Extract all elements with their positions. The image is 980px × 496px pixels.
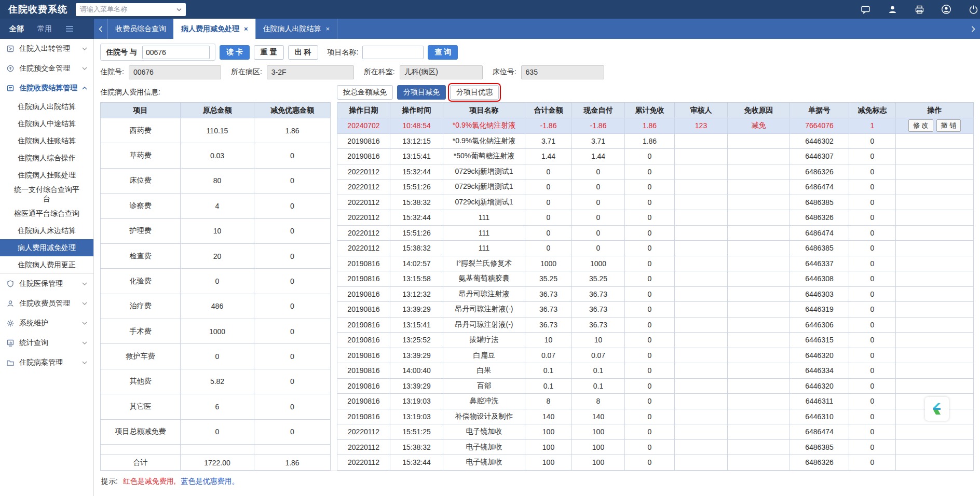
fee-row[interactable]: 诊察费40 (101, 194, 331, 218)
sidebar-item[interactable]: 住院病人出院结算 (0, 98, 93, 115)
fee-total-reduction: 1.86 (254, 455, 331, 471)
detail-row[interactable]: 2019081613:25:52拔罐疗法1010064463150 (337, 333, 974, 348)
per-item-discount-button[interactable]: 分项目优惠 (450, 85, 499, 100)
fee-row[interactable]: 其它医60 (101, 394, 331, 419)
settlement-icon (6, 84, 15, 92)
sidebar-group-cashier[interactable]: 住院收费员管理 (0, 294, 93, 313)
detail-row[interactable]: 2019081613:19:03鼻腔冲洗88064463110 (337, 394, 974, 409)
detail-row[interactable]: 2019081613:39:29百部0.10.1064463200 (337, 378, 974, 394)
discharge-button[interactable]: 出 科 (288, 45, 318, 60)
sidebar-item[interactable]: 住院病人挂账处理 (0, 167, 93, 184)
detail-row[interactable]: 2019081613:12:32昂丹司琼注射液36.7336.730644630… (337, 286, 974, 302)
fee-row[interactable]: 救护车费00 (101, 344, 331, 369)
sidebar-item[interactable]: 住院病人床边结算 (0, 222, 93, 239)
fee-row[interactable]: 项目总额减免费00 (101, 419, 331, 445)
sidebar-group-maintenance[interactable]: 系统维护 (0, 313, 93, 333)
detail-row[interactable]: 2019081613:15:41昂丹司琼注射液(-)36.7336.730644… (337, 317, 974, 333)
tab-label: 病人费用减免处理 (181, 24, 239, 34)
detail-row[interactable]: 2019081614:00:40白果0.10.1064463340 (337, 363, 974, 379)
sidebar-group-records[interactable]: 住院病案管理 (0, 353, 93, 373)
gear-icon (6, 319, 15, 327)
sidebar-item[interactable]: 榕医通平台综合查询 (0, 205, 93, 222)
per-item-reduce-button[interactable]: 分项目减免 (397, 85, 446, 100)
fee-row[interactable]: 手术费10000 (101, 319, 331, 344)
sidebar-item[interactable]: 住院病人中途结算 (0, 115, 93, 132)
item-name-input[interactable] (362, 46, 424, 59)
query-button[interactable]: 查 询 (428, 45, 458, 60)
reset-button[interactable]: 重 置 (254, 45, 284, 60)
sidebar-item[interactable]: 统一支付综合查询平台 (0, 184, 93, 205)
detail-row[interactable]: 2022011215:38:32电子镜加收100100064863850 (337, 439, 974, 455)
contact-icon[interactable] (887, 4, 898, 15)
close-icon[interactable]: × (326, 25, 330, 33)
detail-row[interactable]: 2022011215:32:4411100064863260 (337, 210, 974, 226)
total-amount-reduce-button[interactable]: 按总金额减免 (337, 85, 393, 100)
detail-row[interactable]: 2022011215:51:260729ckj新增测试100064864740 (337, 180, 974, 195)
department-display: 儿科(病区) (400, 65, 483, 79)
fee-row[interactable]: 化验费00 (101, 269, 331, 294)
detail-row[interactable]: 2022011215:32:44电子镜加收100100064863260 (337, 455, 974, 471)
sidebar-group-insurance[interactable]: 住院医保管理 (0, 274, 93, 294)
menu-collapse-icon[interactable] (65, 25, 74, 32)
admission-no-input[interactable] (142, 46, 210, 59)
exit-icon[interactable] (968, 4, 979, 15)
chat-icon[interactable] (860, 4, 871, 15)
tab-fee-reduction[interactable]: 病人费用减免处理 × (173, 19, 255, 39)
column-header: 项目名称 (443, 103, 525, 118)
detail-row[interactable]: 2022011215:51:25电子镜加收100100064864740 (337, 424, 974, 440)
tab-cashier-query[interactable]: 收费员综合查询 (107, 19, 173, 39)
sidebar-group-prepay[interactable]: 住院预交金管理 (0, 59, 93, 78)
fee-row[interactable]: 床位费800 (101, 168, 331, 193)
sidebar-item[interactable]: 住院病人综合操作 (0, 149, 93, 167)
detail-row[interactable]: 2022011215:38:320729ckj新增测试100064863850 (337, 195, 974, 210)
detail-row[interactable]: 2024070210:48:54*0.9%氯化钠注射液-1.86-1.861.8… (337, 118, 974, 134)
modify-button[interactable]: 修 改 (908, 119, 933, 132)
tab-discharge-settlement[interactable]: 住院病人出院结算 × (255, 19, 338, 39)
sidebar-tab-all[interactable]: 全部 (9, 24, 24, 34)
ward-display: 3-2F (267, 65, 354, 79)
fee-row[interactable]: 西药费110.151.86 (101, 118, 331, 143)
column-header: 单据号 (790, 103, 849, 118)
sidebar-group-settlement[interactable]: 住院收费结算管理 (0, 78, 93, 98)
fee-row[interactable]: 治疗费4860 (101, 294, 331, 319)
hint-blue-text: 蓝色是优惠费用。 (181, 477, 239, 485)
sidebar-group-transfer[interactable]: 住院入出转管理 (0, 39, 93, 59)
detail-row[interactable]: 2019081613:39:29白扁豆0.070.07064463200 (337, 348, 974, 363)
fee-row[interactable]: 草药费0.030 (101, 143, 331, 168)
detail-row[interactable]: 2019081613:19:03补偿物设计及制作140140064463100 (337, 409, 974, 424)
fee-row[interactable]: 检查费200 (101, 243, 331, 268)
detail-row[interactable]: 2022011215:32:440729ckj新增测试100064863260 (337, 164, 974, 180)
sidebar-item[interactable]: 住院病人费用更正 (0, 256, 93, 273)
close-icon[interactable]: × (244, 25, 248, 33)
detail-row[interactable]: 2022011215:51:2611100064864740 (337, 225, 974, 241)
detail-row[interactable]: 2019081614:02:57Ⅰ°腭裂兰氏修复术100010000644633… (337, 256, 974, 271)
sidebar-header: 全部 常用 (0, 19, 94, 39)
hint-red-text: 红色是减免费用, (123, 477, 176, 485)
print-icon[interactable] (914, 4, 925, 15)
detail-row[interactable]: 2019081613:39:29昂丹司琼注射液(-)36.7336.730644… (337, 302, 974, 318)
detail-row[interactable]: 2019081613:12:15*0.9%氯化钠注射液3.713.711.866… (337, 133, 974, 149)
read-card-button[interactable]: 读 卡 (220, 45, 250, 60)
menu-search-select[interactable]: 请输入菜单名称 (76, 3, 186, 16)
tab-scroll-right-icon[interactable] (967, 19, 980, 39)
column-header: 减免优惠金额 (254, 103, 331, 118)
detail-row[interactable]: 2019081613:15:58氨基葡萄糖胶囊35.2535.250644630… (337, 271, 974, 287)
detail-row[interactable]: 2022011215:38:3211100064863850 (337, 241, 974, 256)
column-header: 操作日期 (337, 103, 390, 118)
user-icon[interactable] (941, 4, 952, 15)
group-label: 统计查询 (19, 338, 77, 348)
detail-row[interactable]: 2019081613:15:41*50%葡萄糖注射液1.441.44064463… (337, 149, 974, 164)
sidebar-item[interactable]: 住院病人挂账结算 (0, 132, 93, 149)
sidebar-group-statistics[interactable]: 统计查询 (0, 333, 93, 353)
hint-label: 提示: (101, 477, 118, 485)
main-content: 住院号 与 读 卡 重 置 出 科 项目名称: 查 询 住院号: 00676 所… (94, 39, 980, 496)
detail-table-header-row: 操作日期操作时间项目名称合计金额现金自付累计免收审核人免收原因单据号减免标志操作 (337, 103, 974, 118)
fee-panel-title: 住院病人费用信息: (100, 88, 160, 97)
sidebar-tab-common[interactable]: 常用 (37, 24, 52, 34)
fee-row[interactable]: 护理费100 (101, 218, 331, 243)
sidebar-item[interactable]: 病人费用减免处理 (0, 239, 93, 256)
fee-row[interactable]: 其他费5.820 (101, 369, 331, 394)
tab-scroll-left-icon[interactable] (94, 19, 107, 39)
revoke-button[interactable]: 撤 销 (936, 119, 961, 132)
fee-total-amount: 1722.00 (181, 455, 254, 471)
